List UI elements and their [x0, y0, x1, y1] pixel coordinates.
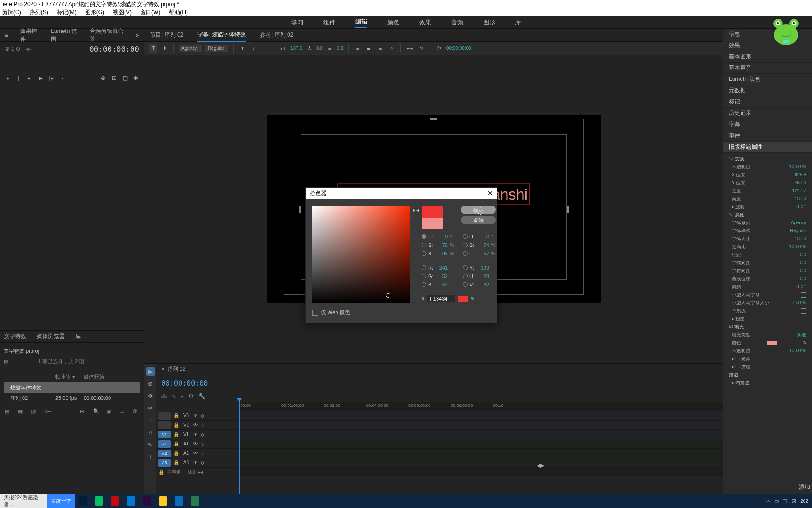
frame-back-icon[interactable]: ◂| — [26, 75, 33, 81]
panel-tab[interactable]: 历史记录 — [723, 108, 812, 119]
taskbar-app-wechat[interactable] — [91, 494, 107, 508]
web-only-checkbox[interactable] — [312, 310, 318, 316]
track-V2[interactable]: 🔒V2👁◇ — [156, 420, 723, 429]
page-prev-icon[interactable]: ◂▸ — [25, 46, 31, 52]
handle-right[interactable] — [567, 206, 569, 213]
auto-sequence-icon[interactable]: ⊞ — [80, 408, 86, 415]
settings-icon[interactable]: ✚ — [133, 75, 139, 81]
tab-project[interactable]: 文字特效 — [4, 333, 26, 341]
taskbar-app-pr[interactable] — [139, 494, 155, 508]
prop-row[interactable]: Y 位置457.0 — [723, 179, 812, 187]
timeline-tool[interactable]: ✂ — [146, 404, 155, 413]
prop-row[interactable]: 字体系列Agency — [723, 219, 812, 227]
prop-row[interactable]: 字体样式Regular — [723, 227, 812, 235]
eyedropper-icon[interactable]: ✎ — [470, 296, 475, 302]
workspace-tab[interactable]: 库 — [515, 18, 521, 27]
workspace-tab[interactable]: 音频 — [451, 18, 463, 27]
align-center-icon[interactable]: ≣ — [365, 44, 373, 53]
leading-value[interactable]: 0.0 — [337, 46, 344, 51]
tray-item[interactable]: 202 — [800, 499, 808, 504]
workspace-tab[interactable]: 颜色 — [387, 18, 399, 27]
workspace-tab[interactable]: 编辑 — [355, 17, 367, 28]
list-view-icon[interactable]: ▤ — [5, 408, 11, 415]
snap-icon[interactable]: ⁂ — [161, 393, 167, 399]
color-field-U:[interactable]: U:-28 — [463, 273, 496, 279]
font-weight-select[interactable]: Regular — [205, 45, 228, 52]
menu-item[interactable]: 视图(V) — [113, 8, 132, 16]
prop-row[interactable]: 行距0.0 — [723, 251, 812, 259]
panel-tab[interactable]: 事件 — [723, 130, 812, 142]
prop-row[interactable]: 不透明度100.0 % — [723, 347, 812, 355]
overwrite-icon[interactable]: ⊡ — [111, 75, 117, 81]
old-color-swatch[interactable] — [422, 218, 443, 229]
tabs-overflow-icon[interactable]: » — [136, 32, 139, 39]
panel-menu-icon[interactable] — [5, 32, 10, 39]
font-size-value[interactable]: 137.0 — [290, 46, 302, 51]
tab-close-icon[interactable]: × — [161, 366, 164, 372]
prop-row[interactable]: 不透明度100.0 % — [723, 163, 812, 171]
timeline-tool[interactable]: ⊕ — [146, 380, 155, 388]
menu-item[interactable]: 窗口(W) — [140, 8, 160, 16]
taskbar-app-explorer[interactable] — [155, 494, 171, 508]
handle-left[interactable] — [299, 206, 301, 213]
tab-effect-controls[interactable]: 效果控件 — [20, 27, 40, 43]
prop-row[interactable]: 基线位移0.0 — [723, 275, 812, 283]
panel-tab[interactable]: 基本声音 — [723, 63, 812, 74]
freeform-view-icon[interactable]: ▥ — [31, 408, 38, 415]
tab-media-browser[interactable]: 媒体浏览器 — [37, 333, 65, 341]
title-type-icon[interactable]: T̲ — [149, 44, 157, 53]
sv-field[interactable] — [312, 206, 410, 303]
insert-icon[interactable]: ⊕ — [100, 75, 107, 81]
prop-row[interactable]: 高度137.0 — [723, 195, 812, 203]
tab-reference[interactable]: 参考: 序列 02 — [260, 31, 293, 39]
timeline-timecode[interactable]: 00:00:00:00 — [161, 379, 208, 388]
prop-row[interactable]: 倾斜0.0 ° — [723, 283, 812, 291]
prop-row[interactable]: 字偶间距0.0 — [723, 259, 812, 267]
new-bin-icon[interactable]: ▣ — [106, 408, 113, 415]
panel-tab[interactable]: Lumetri 颜色 — [723, 74, 812, 85]
menu-item[interactable]: 剪辑(C) — [2, 8, 21, 16]
step-back-icon[interactable]: { — [16, 75, 22, 81]
color-field-H:[interactable]: H:0° — [422, 234, 454, 239]
sync-icon[interactable]: ⟲ — [417, 44, 425, 53]
tab-audio-mixer[interactable]: 音频剪辑混合器 — [90, 27, 125, 43]
prop-row[interactable]: ▸ 旋转0.0 ° — [723, 203, 812, 211]
track-A2[interactable]: A2🔒A2👁◇ — [156, 448, 723, 458]
color-field-G:[interactable]: G:52 — [422, 273, 454, 279]
mark-in-icon[interactable]: ▸ — [5, 75, 11, 81]
tray-item[interactable]: 英 — [792, 498, 796, 504]
step-fwd-icon[interactable]: } — [59, 75, 65, 81]
taskbar-app-dl[interactable] — [187, 494, 203, 508]
export-frame-icon[interactable]: ◫ — [122, 75, 128, 81]
linked-sel-icon[interactable]: ∩ — [172, 393, 176, 399]
workspace-tab[interactable]: 组件 — [323, 18, 336, 27]
timeline-tab[interactable]: 序列 02 — [168, 365, 185, 373]
panel-tab[interactable]: 基本图形 — [723, 51, 812, 63]
color-field-B:[interactable]: B:95% — [422, 251, 454, 256]
workspace-tab[interactable]: 图形 — [483, 18, 495, 27]
frog-mascot[interactable] — [770, 19, 803, 47]
col-media-start[interactable]: 媒体开始 — [84, 373, 121, 381]
menu-item[interactable]: 帮助(H) — [169, 8, 188, 16]
color-field-V:[interactable]: V:82 — [463, 282, 496, 287]
taskbar-app-ps[interactable] — [75, 494, 91, 508]
project-item[interactable]: 序列 0225.00 fps00:00:00:00 — [4, 393, 140, 403]
tab-libraries[interactable]: 库 — [75, 333, 81, 341]
sv-cursor[interactable] — [386, 293, 390, 298]
timeline-tool[interactable]: ▶ — [146, 367, 155, 376]
project-item[interactable]: 炫酷字体特效 — [4, 382, 140, 393]
italic-icon[interactable]: T — [250, 44, 258, 53]
prop-row[interactable]: 宽高比100.0 % — [723, 243, 812, 251]
timeline-tool[interactable]: ⎌ — [146, 429, 155, 437]
tray-item[interactable]: ㅅ — [766, 498, 771, 504]
panel-tab[interactable]: 元数据 — [723, 85, 812, 96]
panel-tab[interactable]: 标记 — [723, 96, 812, 108]
prop-row[interactable]: 字体大小137.0 — [723, 235, 812, 243]
align-right-icon[interactable]: ≡ — [376, 44, 384, 53]
menu-item[interactable]: 序列(S) — [30, 8, 48, 16]
color-field-S:[interactable]: S:78% — [422, 242, 454, 248]
panel-tab[interactable]: 字幕 — [723, 119, 812, 130]
timeline-tool[interactable]: ↔ — [146, 416, 155, 425]
menu-item[interactable]: 图形(G) — [85, 8, 104, 16]
taskbar-baidu[interactable]: 百度一下 — [47, 494, 75, 508]
